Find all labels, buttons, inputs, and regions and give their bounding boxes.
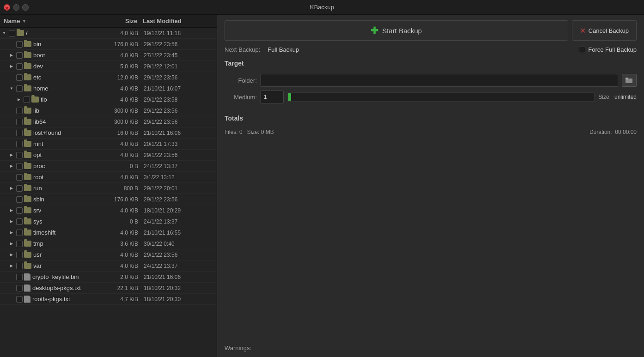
- item-modified: 29/1/22 23:58: [142, 97, 216, 103]
- expand-icon[interactable]: ▶: [8, 251, 15, 259]
- row-checkbox[interactable]: [16, 252, 23, 258]
- row-checkbox[interactable]: [16, 130, 23, 136]
- item-name: lib64: [33, 118, 100, 125]
- expand-icon[interactable]: ▶: [8, 207, 15, 214]
- row-checkbox[interactable]: [16, 185, 23, 192]
- window-title: KBackup: [310, 4, 334, 11]
- expand-icon: [8, 74, 15, 81]
- tree-row[interactable]: mnt 4,0 KiB 20/1/21 17:33: [0, 139, 217, 150]
- expand-icon[interactable]: ▶: [8, 163, 15, 170]
- expand-icon[interactable]: ▼: [8, 85, 15, 92]
- start-backup-label: Start Backup: [382, 27, 422, 35]
- expand-icon[interactable]: ▼: [1, 30, 7, 37]
- maximize-button[interactable]: [22, 4, 29, 11]
- item-modified: 27/1/22 23:45: [142, 52, 216, 59]
- folder-icon: [24, 108, 31, 114]
- item-modified: 3/1/22 13:12: [142, 174, 216, 181]
- medium-input[interactable]: [261, 91, 284, 103]
- tree-row[interactable]: rootfs-pkgs.txt 4,7 KiB 18/10/21 20:30: [0, 294, 217, 305]
- expand-icon[interactable]: ▶: [8, 185, 15, 192]
- row-checkbox[interactable]: [16, 263, 23, 269]
- folder-icon: [24, 41, 31, 47]
- row-checkbox[interactable]: [16, 163, 23, 169]
- tree-row[interactable]: desktopfs-pkgs.txt 22,1 KiB 18/10/21 20:…: [0, 283, 217, 294]
- tree-row[interactable]: ▶ sys 0 B 24/1/22 13:37: [0, 216, 217, 227]
- row-checkbox[interactable]: [16, 85, 23, 92]
- duration-label: Duration:: [589, 129, 612, 135]
- item-name: timeshift: [33, 229, 100, 236]
- item-name: bin: [33, 41, 100, 48]
- item-size: 2,0 KiB: [100, 274, 142, 280]
- expand-icon[interactable]: ▶: [8, 262, 15, 270]
- file-icon: [24, 284, 30, 292]
- row-checkbox[interactable]: [16, 141, 23, 147]
- row-checkbox[interactable]: [16, 63, 23, 70]
- tree-row[interactable]: lib64 300,0 KiB 29/1/22 23:56: [0, 116, 217, 127]
- tree-row[interactable]: ▶ proc 0 B 24/1/22 13:37: [0, 161, 217, 172]
- row-checkbox[interactable]: [16, 119, 23, 125]
- totals-section: Totals Files: 0 Size: 0 MB Duration: 00:…: [225, 115, 637, 135]
- item-name: sys: [33, 218, 100, 225]
- row-checkbox[interactable]: [16, 52, 23, 59]
- expand-icon[interactable]: ▶: [8, 151, 15, 159]
- tree-row[interactable]: ▶ srv 4,0 KiB 18/10/21 20:29: [0, 205, 217, 216]
- files-label: Files:: [225, 129, 238, 135]
- tree-row[interactable]: ▼ / 4,0 KiB 19/12/21 11:18: [0, 28, 217, 39]
- tree-row[interactable]: ▶ timeshift 4,0 KiB 21/10/21 16:55: [0, 227, 217, 238]
- row-checkbox[interactable]: [24, 97, 30, 103]
- row-checkbox[interactable]: [16, 274, 23, 280]
- row-checkbox[interactable]: [16, 230, 23, 236]
- minimize-button[interactable]: [13, 4, 19, 11]
- expand-icon[interactable]: ▶: [16, 96, 22, 103]
- start-backup-button[interactable]: ✚ Start Backup: [225, 20, 568, 41]
- tree-row[interactable]: ▶ boot 4,0 KiB 27/1/22 23:45: [0, 50, 217, 61]
- row-checkbox[interactable]: [9, 30, 15, 36]
- row-checkbox[interactable]: [16, 218, 23, 225]
- item-size: 0 B: [100, 218, 142, 225]
- item-name: tio: [41, 96, 100, 103]
- tree-row[interactable]: ▶ usr 4,0 KiB 29/1/22 23:56: [0, 249, 217, 260]
- tree-row[interactable]: ▶ run 800 B 29/1/22 20:01: [0, 183, 217, 194]
- browse-button[interactable]: [622, 74, 637, 87]
- item-modified: 24/1/22 13:37: [142, 163, 216, 169]
- item-modified: 29/1/22 12:01: [142, 63, 216, 70]
- row-checkbox[interactable]: [16, 296, 23, 303]
- tree-row[interactable]: ▶ opt 4,0 KiB 29/1/22 23:56: [0, 150, 217, 161]
- tree-row[interactable]: sbin 176,0 KiB 29/1/22 23:56: [0, 194, 217, 205]
- row-checkbox[interactable]: [16, 74, 23, 81]
- row-checkbox[interactable]: [16, 174, 23, 181]
- row-checkbox[interactable]: [16, 152, 23, 158]
- file-icon: [24, 296, 30, 303]
- expand-icon[interactable]: ▶: [8, 52, 15, 59]
- folder-input[interactable]: [261, 74, 618, 87]
- tree-row[interactable]: ▶ tio 4,0 KiB 29/1/22 23:58: [0, 94, 217, 105]
- tree-row[interactable]: root 4,0 KiB 3/1/22 13:12: [0, 172, 217, 183]
- tree-row[interactable]: lost+found 16,0 KiB 21/10/21 16:06: [0, 127, 217, 139]
- tree-row[interactable]: ▼ home 4,0 KiB 21/10/21 16:07: [0, 83, 217, 94]
- tree-row[interactable]: etc 12,0 KiB 29/1/22 23:56: [0, 72, 217, 83]
- folder-icon: [24, 52, 31, 58]
- backup-btn-row: ✚ Start Backup ✕ Cancel Backup: [225, 20, 637, 41]
- tree-row[interactable]: ▶ var 4,0 KiB 24/1/22 13:37: [0, 260, 217, 272]
- tree-row[interactable]: bin 176,0 KiB 29/1/22 23:56: [0, 39, 217, 50]
- row-checkbox[interactable]: [16, 108, 23, 114]
- tree-row[interactable]: ▶ tmp 3,6 KiB 30/1/22 0:40: [0, 238, 217, 249]
- expand-icon[interactable]: ▶: [8, 240, 15, 248]
- force-full-checkbox[interactable]: [579, 47, 585, 53]
- row-checkbox[interactable]: [16, 207, 23, 214]
- row-checkbox[interactable]: [16, 196, 23, 203]
- tree-row[interactable]: lib 300,0 KiB 29/1/22 23:56: [0, 105, 217, 116]
- expand-icon[interactable]: ▶: [8, 63, 15, 70]
- tree-row[interactable]: ▶ dev 5,0 KiB 29/1/22 12:01: [0, 61, 217, 72]
- item-modified: 29/1/22 23:56: [142, 252, 216, 258]
- row-checkbox[interactable]: [16, 241, 23, 247]
- tree-row[interactable]: crypto_keyfile.bin 2,0 KiB 21/10/21 16:0…: [0, 272, 217, 283]
- row-checkbox[interactable]: [16, 285, 23, 291]
- item-modified: 18/10/21 20:30: [142, 296, 216, 303]
- expand-icon[interactable]: ▶: [8, 218, 15, 225]
- expand-icon[interactable]: ▶: [8, 229, 15, 236]
- row-checkbox[interactable]: [16, 41, 23, 48]
- close-button[interactable]: [4, 4, 10, 11]
- cancel-backup-button[interactable]: ✕ Cancel Backup: [572, 20, 637, 41]
- item-size: 4,0 KiB: [100, 85, 142, 92]
